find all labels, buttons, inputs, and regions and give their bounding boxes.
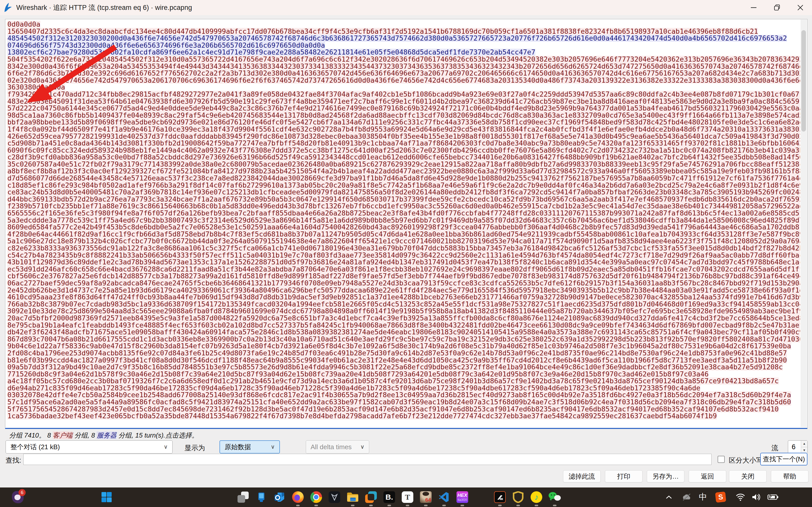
conversation-direction-combo[interactable]: 整个对话 (21 kB) ∨	[6, 440, 172, 453]
portrait-64-icon: 64	[420, 491, 432, 503]
wechat-icon	[549, 492, 561, 503]
turns-text: 15 turn(s).点击选择。	[135, 432, 198, 439]
stream-number-spinner[interactable]: 6 ▲ ▼	[788, 440, 808, 453]
stream-line-client: a4c18ff05bc57cd680e2cc3b0baf0719326f7c2c…	[7, 378, 800, 385]
stream-line-client: 5a3edcddde3a7778c539c1ff75a4ed67c9b2bb38…	[7, 217, 800, 224]
stream-line-client: 6f6e2f786d6c3b713d302e392c696d6167652f77…	[7, 70, 800, 77]
stream-line-client: 9b04c6e1d22a7f58336c9ab0e47d15f8c2960b3d…	[7, 342, 800, 350]
chevron-down-icon: ∨	[271, 444, 275, 450]
cloud-offline-icon	[681, 493, 692, 501]
windows-taskbar: 6 搜索	[0, 488, 812, 507]
typora-button[interactable]: T	[400, 490, 415, 505]
tray-chevron-button[interactable]	[663, 490, 675, 505]
start-button[interactable]	[99, 490, 114, 505]
stream-line-client: 5f765175654528674287983d2457e0d15c8dd7ec…	[7, 406, 800, 413]
stream-line-client: d6e94ab271c835f09d46eab17283c5f90da46be1…	[7, 385, 800, 392]
qq-music-button[interactable]: ♪	[529, 490, 544, 505]
filter-out-stream-button[interactable]: 滤掉此流	[563, 470, 601, 483]
stego-64-button[interactable]: 64	[418, 490, 434, 505]
find-label: 查找:	[6, 456, 21, 465]
vertical-scrollbar[interactable]	[801, 19, 807, 427]
back-button[interactable]: 返回	[689, 470, 726, 483]
stream-line-client: db42ef3f6243f48adcfb71675ace51e09058baff…	[7, 329, 800, 336]
stream-hex-dump[interactable]: 0d0a0d0a15650407d2335c6c4da3ec8daabcfdc1…	[5, 19, 800, 428]
help-button[interactable]: 帮助	[771, 470, 808, 483]
chevron-down-icon: ∨	[164, 444, 168, 450]
qq-music-icon: ♪	[530, 491, 542, 503]
task-view-button[interactable]	[236, 490, 251, 505]
quill-notes-button[interactable]	[492, 490, 507, 505]
outlook-icon	[274, 492, 285, 503]
stream-line-client: 8342e300d0a436f6f6b69653a204a53455353494…	[7, 63, 800, 70]
save-as-button[interactable]: 另存为…	[647, 470, 684, 483]
window-title: Wireshark · 追踪 HTTP 流 (tcp.stream eq 6) …	[16, 3, 192, 12]
stream-line-client: c82e6233b8333a936373556dc91ab122fa3c8e86…	[7, 245, 800, 252]
stream-line-client: 3092e10e33de78c25d8699e504aa8d3c565eee29…	[7, 307, 800, 315]
windows-start-icon	[101, 492, 112, 503]
stream-line-client: c18d85ef1c86fe293c984bf0502ad1afef9766b3…	[7, 182, 800, 189]
stream-line-client: 02e320d0a436f6e74656e742d547970653a20617…	[7, 77, 800, 84]
wifi-tray-button[interactable]	[733, 490, 748, 505]
close-button[interactable]	[789, 0, 812, 15]
typora-icon: T	[402, 491, 413, 503]
firefox-button[interactable]	[290, 490, 306, 505]
title-bar: Wireshark · 追踪 HTTP 流 (tcp.stream eq 6) …	[0, 0, 812, 15]
stream-line-client: 2e452db626be3d1d4737c7e25a85e1b93d6d6179…	[7, 287, 800, 294]
stream-line-client: 7715260db8c9f3a04e62d1b578f9c30a46e2d15b…	[7, 371, 800, 378]
stream-line-client: 0d0a0d0a	[7, 21, 800, 28]
stream-line-client: 3630380d0a0d0a	[7, 83, 800, 91]
outlook-button[interactable]	[272, 490, 287, 505]
phone-link-button[interactable]	[254, 490, 269, 505]
stream-line-client: f2389b5710fcb235bb1ef71a88e7619c3c866156…	[7, 203, 800, 210]
chevron-down-icon: ∨	[360, 444, 364, 450]
restore-button[interactable]	[765, 0, 789, 15]
print-button[interactable]: 打印	[605, 470, 643, 483]
battery-tray-button[interactable]	[765, 490, 780, 505]
firefox-icon	[292, 491, 304, 503]
ime-indicator-button[interactable]: 中	[696, 490, 709, 505]
stream-line-client: b81e6f03b99ccdd4ac1827a0997f3bd41cf08a8d…	[7, 357, 800, 364]
corner-app-icon[interactable]: 6	[10, 490, 26, 505]
spinner-up-icon[interactable]: ▲	[801, 441, 807, 447]
hex-editor-button[interactable]: HEX 6a3f20	[455, 490, 470, 505]
task-view-icon	[238, 492, 249, 503]
case-sensitive-checkbox[interactable]	[718, 456, 725, 463]
file-explorer-button[interactable]	[345, 490, 360, 505]
vmware-button[interactable]	[363, 490, 378, 505]
wechat-button[interactable]	[547, 490, 562, 505]
show-as-combo[interactable]: 原始数据 ∨	[219, 440, 280, 453]
wireshark-app-icon	[3, 2, 13, 13]
client-count-label: 客户端	[53, 432, 72, 439]
b-app-button[interactable]: B.	[382, 490, 397, 505]
s-tray-button[interactable]: S	[714, 490, 728, 505]
stream-line-client: 43b101f129879d36c89ddef1e2c3ad78b394ad56…	[7, 259, 800, 266]
stream-line-client: c28df3b9cfd0abb836a958a53c0e0bd7f88a52cb…	[7, 154, 800, 161]
minimize-button[interactable]	[742, 0, 765, 15]
stream-line-client: 867d893c70047b6a08b21d6617555cdd1c1d3acb…	[7, 336, 800, 343]
stream-line-client: ce83ac24b53d8d0b5e40005481c70a2af369b781…	[7, 188, 800, 196]
spinner-down-icon[interactable]: ▼	[801, 447, 807, 453]
vmware-icon	[365, 491, 377, 503]
scrollbar-thumb[interactable]	[801, 30, 806, 131]
follow-stream-text-area[interactable]: 0d0a0d0a15650407d2335c6c4da3ec8daabcfdc1…	[5, 19, 807, 429]
stream-line-client: d7d5686077d66de268544e43458c4e57126eaac5…	[7, 175, 800, 182]
stream-label: 流	[771, 443, 778, 452]
find-input[interactable]	[23, 454, 712, 465]
show-as-label: 显示为	[185, 443, 205, 452]
stream-line-client: 1f4f8c0a092bf44d6509f7e41f1a9b9e46176a10…	[7, 126, 800, 133]
stream-summary: 分组 7410。 8 客户端 分组, 8 服务器 分组, 15 turn(s).…	[9, 431, 770, 440]
close-dialog-button[interactable]: 关闭	[729, 470, 767, 483]
gold-shield-button[interactable]	[511, 490, 526, 505]
find-next-button[interactable]: 查找下一个(N)	[760, 453, 807, 465]
stream-line-client: 4f28b0e64ac44661f82d9af16cc1f9cfb66d3af5…	[7, 231, 800, 238]
chrome-button[interactable]	[309, 490, 324, 505]
stream-line-client: c54c27b4a7823435b9c8f8882241b33ab506656b…	[7, 252, 800, 259]
vscode-button[interactable]	[437, 490, 452, 505]
stream-line-client: 03032078e42dffe4e7cb50a2584b9cee1b2548ad…	[7, 391, 800, 398]
game-launcher-button[interactable]	[327, 490, 342, 505]
volume-tray-button[interactable]	[749, 490, 763, 505]
stream-line-server: 074696d656f75743d32300d0a436f6e6e6563746…	[7, 42, 800, 49]
onedrive-tray-button[interactable]	[679, 490, 694, 505]
stream-line-client: 15650407d2335c6c4da3ec8daabcfdc134ee4c80…	[7, 28, 800, 35]
ime-chinese-icon: 中	[699, 492, 707, 503]
